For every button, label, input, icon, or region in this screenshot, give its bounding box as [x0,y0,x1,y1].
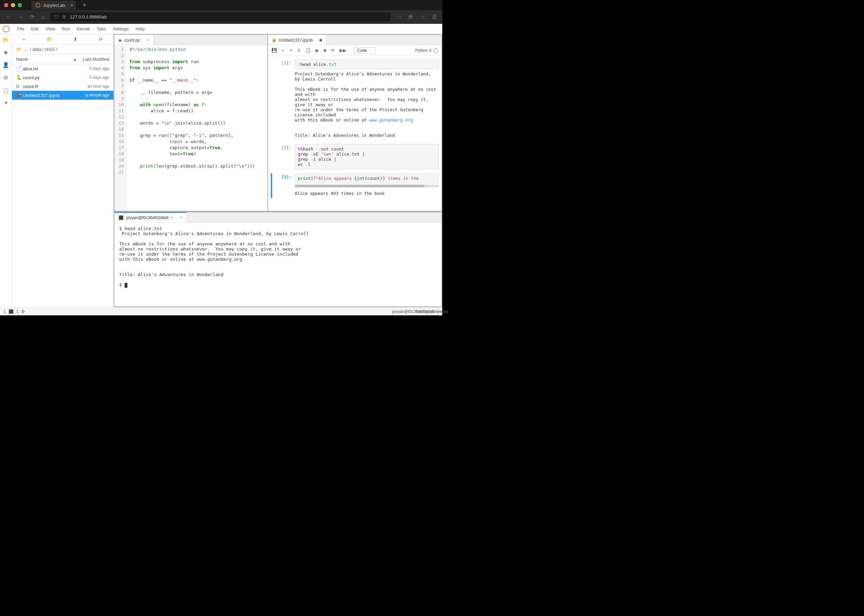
upload-icon[interactable]: ⬆ [74,36,77,42]
jupyterlab-app: FileEditViewRunKernelTabsSettingsHelp 📁 … [0,24,442,315]
reload-icon[interactable]: ⟳ [29,12,36,22]
window-minimize-icon[interactable] [11,3,15,7]
tab-label: count.py [124,38,140,42]
terminal-tabstrip: ⬛ jovyan@f0c36d91b8a6: ~ × [115,212,442,223]
main-area: 📁 ■ 👤 ⚙ ▢ ✦ + 📁 ⬆ ⟳ 📁 … / data / ch10 / … [0,34,442,307]
tab-close-icon[interactable]: × [70,2,73,8]
terminal-status-icon[interactable]: ⬛ [8,309,14,314]
header-name: Name [16,57,74,62]
file-type-icon: 🐍 [16,75,23,80]
window-titlebar: JupyterLab × + [0,0,442,10]
hamburger-icon[interactable]: ☰ [431,12,438,22]
file-item[interactable]: 🐍count.py3 days ago [12,73,113,82]
bookmark-icon[interactable]: ☆ [419,12,426,22]
notebook-toolbar: 💾 + ✂ ⎘ 📋 ▶ ■ ⟳ ▶▶ Code Python 3 [268,45,442,56]
tab-count-py[interactable]: ◆ count.py × [115,35,153,45]
shield-icon: 🛡 [54,14,59,19]
editor-tabstrip: ◆ count.py × [115,35,268,45]
statusbar: 1 ⬛ 1 ⚙ Saving completed jovyan@f0c36d91… [0,307,442,315]
python-file-icon: ◆ [118,38,121,42]
new-folder-icon[interactable]: 📁 [46,36,52,42]
file-type-icon: 📓 [16,93,23,98]
close-icon[interactable]: × [180,215,183,220]
file-item[interactable]: Rcount.Ran hour ago [12,82,113,91]
kernel-indicator[interactable]: Python 3 [415,48,438,53]
folder-icon[interactable]: 📁 [2,37,9,43]
tabs-icon[interactable]: ▢ [3,87,8,94]
notebook-cell[interactable]: [2]:%%bash --out count grep -oE '\w+' al… [271,144,439,169]
file-item[interactable]: 📓Untitled1337.ipynba minute ago [12,91,113,100]
add-cell-icon[interactable]: + [282,48,285,53]
cell-input[interactable]: print(f"Alice appears {int(count)} times… [295,173,439,183]
jupyter-favicon-icon [36,3,40,8]
tab-label: jovyan@f0c36d91b8a6: ~ [126,215,173,220]
cell-output: Alice appears 403 times in the book [295,189,439,198]
code-editor[interactable]: 123456789101112131415161718192021 #!/usr… [115,45,268,211]
copy-icon[interactable]: ⎘ [298,48,301,53]
home-icon[interactable]: ⌂ [40,13,46,22]
paste-icon[interactable]: 📋 [305,48,311,53]
page-info-icon: 🗎 [62,14,67,19]
cell-input[interactable]: %%bash --out count grep -oE '\w+' alice.… [295,144,439,169]
menu-kernel[interactable]: Kernel [74,25,93,33]
horizontal-scrollbar[interactable] [295,185,439,187]
unsaved-indicator-icon [319,39,322,42]
notebook-cells[interactable]: [1]:!head alice.txtProject Gutenberg's A… [268,56,442,211]
more-icon[interactable]: ⋯ [395,12,403,22]
kernel-name: Python 3 [415,48,431,53]
back-icon[interactable]: ← [4,13,12,22]
folder-icon: 📁 [16,47,22,52]
status-center: Saving completed [415,309,442,314]
menu-view[interactable]: View [42,25,58,33]
close-icon[interactable]: × [146,38,149,42]
run-icon[interactable]: ▶ [316,48,319,53]
breadcrumb[interactable]: 📁 … / data / ch10 / [12,44,113,55]
file-browser: + 📁 ⬆ ⟳ 📁 … / data / ch10 / Name ▴ Last … [12,34,114,307]
terminal-icon: ⬛ [118,215,124,220]
settings-icon[interactable]: ⚙ [3,74,8,81]
fast-forward-icon[interactable]: ▶▶ [340,48,346,53]
notebook-cell[interactable]: [3]:print(f"Alice appears {int(count)} t… [271,173,439,198]
tab-notebook[interactable]: ▣ Untitled1337.ipynb [268,35,326,45]
save-icon[interactable]: 💾 [272,48,277,53]
dock-panel: ◆ count.py × 123456789101112131415161718… [114,34,442,307]
browser-tab[interactable]: JupyterLab × [31,1,76,10]
cut-icon[interactable]: ✂ [289,48,293,53]
forward-icon[interactable]: → [16,13,25,22]
kernel-status-icon [433,48,438,53]
file-item[interactable]: 📄alice.txt3 days ago [12,64,113,73]
browser-tab-title: JupyterLab [43,3,65,8]
menu-run[interactable]: Run [58,25,74,33]
crumb-path: / data / ch10 / [30,47,57,52]
notebook-cell[interactable]: [1]:!head alice.txtProject Gutenberg's A… [271,60,439,140]
terminal-body[interactable]: $ head alice.txt Project Gutenberg's Ali… [115,223,442,306]
kernel-status-icon[interactable]: ⚙ [21,309,25,314]
tab-terminal[interactable]: ⬛ jovyan@f0c36d91b8a6: ~ × [115,212,187,222]
cell-input[interactable]: !head alice.txt [295,60,439,69]
stop-icon[interactable]: ■ [324,48,326,53]
extension-icon[interactable]: ✦ [4,100,8,106]
menu-edit[interactable]: Edit [28,25,42,33]
refresh-icon[interactable]: ⟳ [99,36,103,42]
url-bar[interactable]: 🛡 🗎 127.0.0.1:8888/lab [50,12,390,22]
crumb-ellipsis[interactable]: … [24,47,28,52]
window-maximize-icon[interactable] [18,3,22,7]
pocket-icon[interactable]: ⛨ [407,13,415,22]
restart-icon[interactable]: ⟳ [331,48,335,53]
menu-file[interactable]: File [14,25,28,33]
new-launcher-icon[interactable]: + [22,36,25,42]
menu-settings[interactable]: Settings [109,25,132,33]
file-modified: 3 days ago [89,75,109,80]
sort-icon: ▴ [74,57,76,62]
menu-tabs[interactable]: Tabs [93,25,109,33]
new-tab-icon[interactable]: + [83,2,87,9]
header-modified: Last Modified [83,57,109,62]
running-icon[interactable]: ■ [4,49,8,56]
notebook-panel: ▣ Untitled1337.ipynb 💾 + ✂ ⎘ 📋 ▶ ■ ⟳ [268,35,442,211]
file-list-header[interactable]: Name ▴ Last Modified [12,55,113,64]
cell-output: Project Gutenberg's Alice's Adventures i… [295,69,439,140]
git-icon[interactable]: 👤 [2,62,9,68]
window-close-icon[interactable] [4,3,8,7]
menu-help[interactable]: Help [132,25,148,33]
cell-type-select[interactable]: Code [354,47,375,54]
